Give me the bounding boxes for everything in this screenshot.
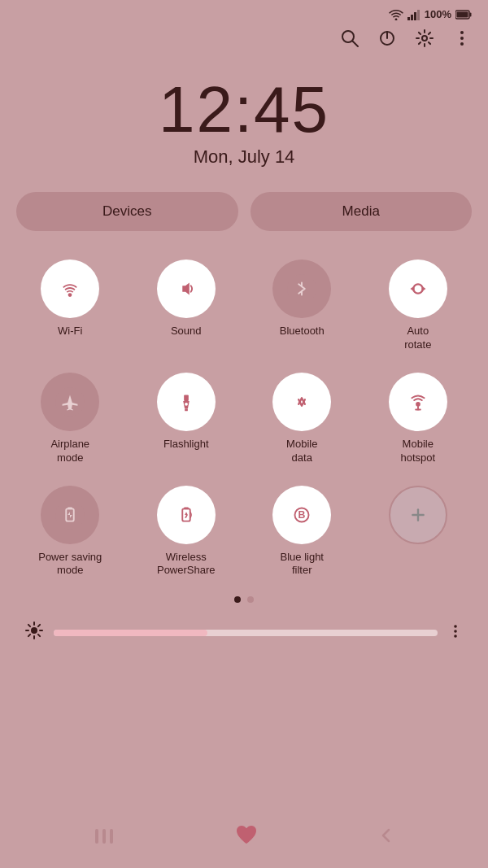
svg-rect-5 [470, 12, 472, 16]
brightness-slider[interactable] [54, 630, 438, 636]
svg-line-53 [38, 625, 40, 626]
svg-rect-36 [68, 507, 72, 509]
powersaving-icon-circle [41, 486, 99, 544]
tile-bluetooth[interactable]: Bluetooth [244, 251, 360, 360]
wifi-label: Wi-Fi [58, 325, 82, 338]
wifi-status-icon [389, 9, 403, 20]
tile-autorotate[interactable]: Auto rotate [360, 251, 477, 360]
bottom-nav [0, 811, 488, 868]
sound-label: Sound [171, 325, 202, 338]
wireless-icon-circle [157, 486, 216, 544]
settings-icon[interactable] [415, 28, 434, 53]
svg-point-14 [460, 42, 464, 46]
svg-point-13 [460, 37, 464, 40]
tile-add[interactable] [360, 478, 477, 587]
svg-rect-59 [110, 829, 113, 844]
svg-rect-27 [185, 408, 188, 411]
brightness-more-icon[interactable] [447, 623, 464, 643]
svg-rect-1 [411, 15, 413, 20]
tile-powersaving[interactable]: Power saving mode [12, 478, 129, 587]
svg-line-50 [28, 625, 30, 626]
airplane-icon-circle [41, 373, 99, 431]
svg-rect-0 [407, 17, 410, 20]
wifi-icon-circle [41, 260, 99, 318]
bluelight-label: Blue light filter [281, 551, 324, 578]
add-icon-circle [389, 486, 447, 544]
more-icon[interactable] [452, 28, 472, 53]
powersaving-label: Power saving mode [38, 551, 102, 578]
time-section: 12:45 Mon, July 14 [0, 61, 488, 176]
battery-icon [455, 10, 472, 20]
flashlight-label: Flashlight [163, 438, 209, 451]
dot-1 [234, 596, 241, 603]
svg-rect-58 [102, 829, 106, 844]
hotspot-icon-circle [389, 373, 447, 431]
tab-media[interactable]: Media [251, 192, 473, 231]
flashlight-icon-circle [157, 373, 216, 431]
nav-back-icon[interactable] [377, 825, 396, 851]
tile-hotspot[interactable]: Mobile hotspot [360, 364, 477, 473]
svg-text:B: B [298, 508, 306, 520]
tile-mobiledata[interactable]: Mobile data [244, 364, 360, 473]
svg-point-45 [31, 627, 37, 634]
tiles-grid: Wi-Fi Sound Bluetooth [0, 239, 488, 590]
sound-icon-circle [157, 260, 216, 318]
action-bar [0, 24, 488, 61]
power-icon[interactable] [377, 28, 397, 53]
svg-line-52 [28, 635, 30, 636]
svg-point-56 [454, 635, 457, 638]
status-icons: 100% [389, 8, 472, 20]
wireless-label: Wireless PowerShare [157, 551, 216, 578]
bluetooth-icon-circle [272, 260, 331, 318]
dot-2 [247, 596, 254, 603]
svg-point-20 [403, 274, 433, 303]
tile-flashlight[interactable]: Flashlight [129, 364, 245, 473]
search-icon[interactable] [340, 28, 359, 53]
svg-line-51 [38, 635, 40, 636]
tile-bluelight[interactable]: B Blue light filter [244, 478, 360, 587]
svg-point-29 [287, 387, 316, 417]
airplane-label: Airplane mode [50, 438, 89, 465]
svg-line-8 [353, 41, 359, 47]
hotspot-label: Mobile hotspot [400, 438, 435, 465]
mobiledata-icon-circle [272, 373, 331, 431]
svg-rect-6 [457, 11, 468, 17]
autorotate-icon-circle [389, 260, 447, 318]
svg-point-55 [454, 630, 457, 633]
tab-devices[interactable]: Devices [16, 192, 238, 231]
tile-sound[interactable]: Sound [129, 251, 245, 360]
autorotate-label: Auto rotate [404, 325, 431, 352]
brightness-icon [24, 621, 44, 645]
svg-rect-39 [184, 507, 189, 509]
svg-point-19 [287, 274, 316, 303]
brightness-row [8, 613, 480, 653]
signal-icon [407, 9, 420, 20]
mobiledata-label: Mobile data [286, 438, 317, 465]
svg-point-12 [460, 31, 464, 34]
svg-rect-57 [95, 829, 98, 844]
svg-point-28 [185, 403, 188, 406]
bluelight-icon-circle: B [272, 486, 331, 544]
nav-menu-icon[interactable] [92, 825, 116, 851]
svg-point-11 [422, 36, 427, 41]
bluetooth-label: Bluetooth [280, 325, 325, 338]
pagination [0, 590, 488, 613]
tile-wifi[interactable]: Wi-Fi [12, 251, 129, 360]
svg-point-54 [454, 625, 457, 628]
svg-point-34 [55, 500, 85, 530]
date: Mon, July 14 [0, 146, 488, 168]
tab-row: Devices Media [0, 176, 488, 239]
tile-wireless[interactable]: Wireless PowerShare [129, 478, 245, 587]
svg-rect-3 [417, 10, 420, 20]
svg-point-15 [55, 274, 85, 303]
svg-point-16 [68, 293, 72, 297]
tile-airplane[interactable]: Airplane mode [12, 364, 129, 473]
status-bar: 100% [0, 0, 488, 24]
clock: 12:45 [0, 77, 488, 142]
svg-rect-2 [414, 12, 416, 20]
nav-home-icon[interactable] [234, 823, 259, 852]
battery-percentage: 100% [425, 8, 451, 20]
svg-rect-25 [184, 395, 189, 401]
brightness-fill [54, 630, 207, 636]
